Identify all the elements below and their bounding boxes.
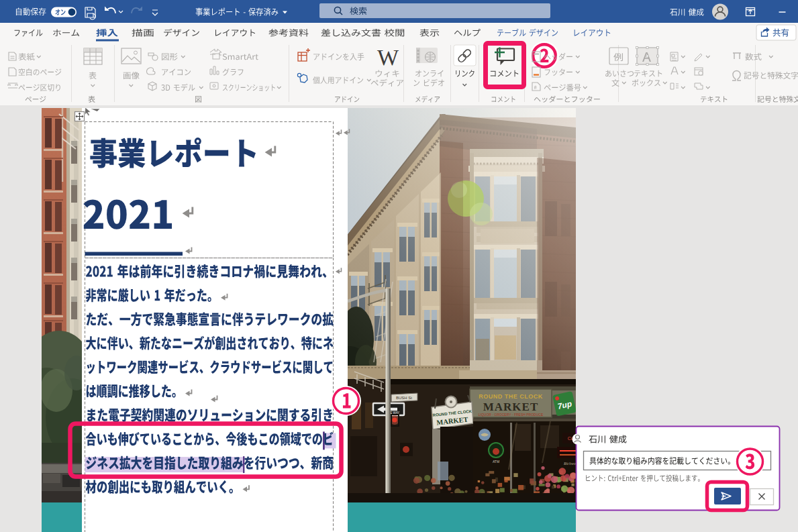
svg-text:ATM: ATM	[493, 460, 499, 464]
svg-text:ROUND THE CLOCK: ROUND THE CLOCK	[479, 393, 543, 400]
svg-text:LIQUOR - GROCERY - FRESH PRODU: LIQUOR - GROCERY - FRESH PRODUCE	[479, 413, 544, 417]
svg-text:W: W	[377, 45, 399, 70]
svg-text:BUSH St: BUSH St	[396, 396, 412, 400]
svg-text:MARKET: MARKET	[483, 401, 539, 413]
